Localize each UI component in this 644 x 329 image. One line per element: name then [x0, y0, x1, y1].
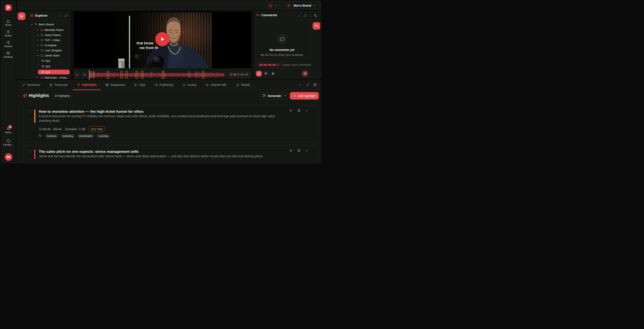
svg-text:me from th: me from th [140, 46, 158, 50]
svg-text:that know: that know [136, 41, 154, 45]
